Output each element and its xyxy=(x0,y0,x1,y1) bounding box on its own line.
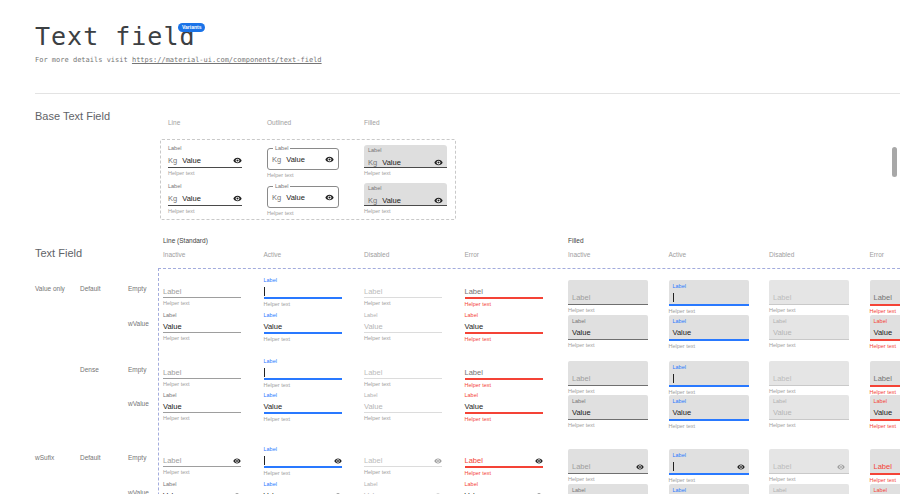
line-field-inactive[interactable]: LabelLabelHelper text xyxy=(163,276,241,307)
line-field-active[interactable]: LabelHelper text xyxy=(264,357,342,389)
filled-field-inactive[interactable]: LabelLabelHelper text xyxy=(568,357,648,395)
line-field-disabled[interactable]: LabelValueHelper text xyxy=(364,391,442,422)
filled-box: Label xyxy=(669,449,749,475)
filled-box: LabelValue xyxy=(669,395,749,421)
matrix-section-title: Text Field xyxy=(35,247,82,259)
filled-field-error[interactable]: LabelValueHelper text xyxy=(870,391,900,430)
field-value: Value xyxy=(364,322,383,331)
filled-field-error[interactable]: LabelLabelHelper text xyxy=(870,276,900,315)
floating-label: Label xyxy=(364,391,442,399)
helper-text: Helper text xyxy=(364,300,442,307)
line-field-active[interactable]: Label Helper text xyxy=(264,445,342,477)
field-value-row: Value xyxy=(465,319,543,334)
line-base-field[interactable]: LabelKgValue Helper text xyxy=(168,145,242,177)
filled-field-inactive[interactable]: LabelValueHelper text xyxy=(568,311,648,349)
filled-field-disabled[interactable]: LabelValueHelper text xyxy=(769,391,849,429)
field-placeholder: Label xyxy=(163,368,181,377)
line-field-inactive[interactable]: LabelValue Helper text xyxy=(163,480,241,494)
field-value: Value xyxy=(286,193,305,202)
field-value: Value xyxy=(382,196,401,205)
text-cursor xyxy=(264,287,265,296)
field-placeholder: Label xyxy=(364,368,382,377)
filled-field-disabled[interactable]: LabelValue Helper text xyxy=(769,480,849,494)
docs-link[interactable]: https://material-ui.com/components/text-… xyxy=(132,56,322,64)
filled-field-active[interactable]: LabelValueHelper text xyxy=(669,391,749,430)
filled-box: LabelValue xyxy=(669,315,749,341)
filled-field-disabled[interactable]: LabelLabelHelper text xyxy=(769,276,849,314)
line-field-inactive[interactable]: LabelValueHelper text xyxy=(163,391,241,422)
filled-box: LabelValue xyxy=(669,484,749,494)
line-field-error[interactable]: LabelLabelHelper text xyxy=(465,276,543,308)
field-value-row: Label xyxy=(572,290,644,303)
filled-field-active[interactable]: Label Helper text xyxy=(669,445,749,484)
state-column-header: Disabled xyxy=(769,251,794,258)
filled-field-error[interactable]: LabelValueHelper text xyxy=(870,311,900,350)
visibility-icon xyxy=(334,457,342,465)
filled-base-field[interactable]: LabelKgValue Helper text xyxy=(364,183,447,215)
line-field-inactive[interactable]: LabelLabelHelper text xyxy=(163,357,241,388)
header-divider xyxy=(35,93,900,94)
filled-field-disabled[interactable]: LabelValueHelper text xyxy=(769,311,849,349)
field-content: KgValue xyxy=(368,196,401,205)
filled-field-inactive[interactable]: LabelLabelHelper text xyxy=(568,276,648,314)
filled-field-error[interactable]: LabelLabel Helper text xyxy=(870,445,900,484)
line-field-disabled[interactable]: LabelLabelHelper text xyxy=(364,357,442,388)
helper-text: Helper text xyxy=(168,170,242,177)
filled-field-active[interactable]: LabelValueHelper text xyxy=(669,311,749,350)
floating-label: Label xyxy=(264,311,342,319)
line-field-inactive[interactable]: LabelLabel Helper text xyxy=(163,445,241,476)
line-field-error[interactable]: LabelValueHelper text xyxy=(465,311,543,343)
line-field-active[interactable]: LabelValueHelper text xyxy=(264,311,342,343)
line-field-active[interactable]: LabelHelper text xyxy=(264,276,342,308)
line-field-error[interactable]: LabelValue Helper text xyxy=(465,480,543,494)
floating-label: Label xyxy=(264,357,342,365)
filled-field-active[interactable]: LabelHelper text xyxy=(669,276,749,315)
field-value-row: Label xyxy=(465,365,543,380)
floating-label: Label xyxy=(874,317,900,325)
line-field-disabled[interactable]: LabelValue Helper text xyxy=(364,480,442,494)
row-label-state: wValue xyxy=(128,320,149,327)
floating-label: Label xyxy=(673,397,745,405)
subtitle-text: For more details visit xyxy=(35,56,128,64)
filled-field-disabled[interactable]: LabelLabel Helper text xyxy=(769,445,849,483)
line-field-disabled[interactable]: LabelLabelHelper text xyxy=(364,276,442,307)
field-value: Value xyxy=(182,156,201,165)
field-placeholder: Label xyxy=(773,462,791,471)
page-title: Text field xyxy=(35,22,196,51)
filled-field-inactive[interactable]: LabelValue Helper text xyxy=(568,480,648,494)
filled-field-active[interactable]: LabelValue Helper text xyxy=(669,480,749,494)
helper-text: Helper text xyxy=(267,172,339,179)
filled-field-inactive[interactable]: LabelLabel Helper text xyxy=(568,445,648,483)
floating-label: Label xyxy=(264,391,342,399)
table-row: wSufixDefaultEmptyLabelLabel Helper text… xyxy=(0,445,900,479)
filled-base-field[interactable]: LabelKgValue Helper text xyxy=(364,145,447,177)
filled-field-disabled[interactable]: LabelLabelHelper text xyxy=(769,357,849,395)
field-value-row: Label xyxy=(364,284,442,298)
filled-field-error[interactable]: LabelValue Helper text xyxy=(870,480,900,494)
field-value-row: Label xyxy=(874,459,900,472)
helper-text: Helper text xyxy=(769,422,849,429)
line-field-active[interactable]: LabelValueHelper text xyxy=(264,391,342,423)
field-label: Label xyxy=(168,183,242,190)
filled-box: LabelValue xyxy=(568,484,648,494)
filled-field-inactive[interactable]: LabelValueHelper text xyxy=(568,391,648,429)
scrollbar-thumb[interactable] xyxy=(892,147,897,177)
line-field-active[interactable]: LabelValue Helper text xyxy=(264,480,342,494)
outlined-base-field[interactable]: LabelKgValue Helper text xyxy=(267,183,339,217)
floating-label: Label xyxy=(163,480,241,488)
outlined-base-field[interactable]: LabelKgValue Helper text xyxy=(267,145,339,179)
line-field-disabled[interactable]: LabelLabel Helper text xyxy=(364,445,442,476)
floating-label: Label xyxy=(773,397,845,405)
helper-text: Helper text xyxy=(267,210,339,217)
filled-box: LabelValue xyxy=(568,395,648,420)
state-group-header: Line (Standard) xyxy=(163,237,208,244)
line-base-field[interactable]: LabelKgValue Helper text xyxy=(168,183,242,215)
line-field-error[interactable]: LabelLabel Helper text xyxy=(465,445,543,477)
line-field-inactive[interactable]: LabelValueHelper text xyxy=(163,311,241,342)
line-field-disabled[interactable]: LabelValueHelper text xyxy=(364,311,442,342)
filled-box: LabelLabel xyxy=(568,280,648,305)
line-field-error[interactable]: LabelLabelHelper text xyxy=(465,357,543,389)
helper-text: Helper text xyxy=(568,422,648,429)
line-field-error[interactable]: LabelValueHelper text xyxy=(465,391,543,423)
field-value-row: Value xyxy=(673,405,745,418)
